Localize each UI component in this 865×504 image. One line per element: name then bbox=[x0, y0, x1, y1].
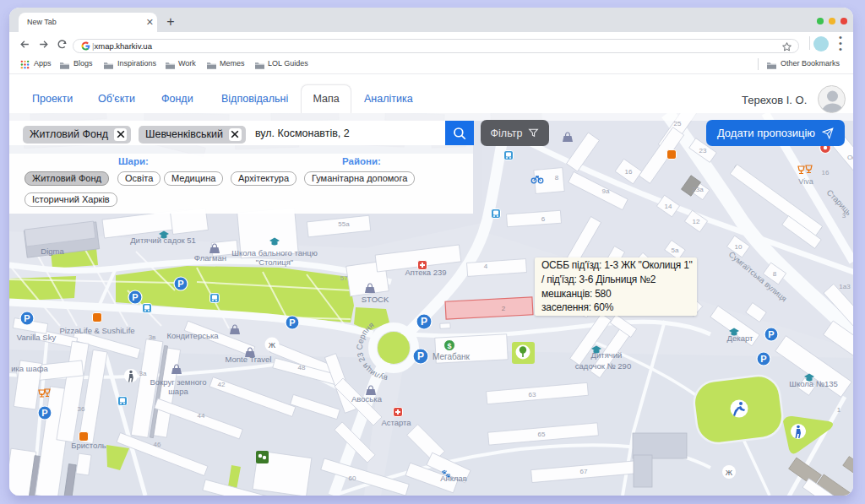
svg-text:2: 2 bbox=[502, 305, 506, 312]
svg-text:Digma: Digma bbox=[41, 247, 64, 256]
svg-text:44: 44 bbox=[198, 412, 205, 420]
svg-text:Аптека 239: Аптека 239 bbox=[405, 268, 446, 277]
svg-text:1а3: 1а3 bbox=[839, 283, 851, 290]
svg-text:25: 25 bbox=[674, 120, 682, 127]
svg-text:1: 1 bbox=[837, 406, 841, 414]
svg-text:12: 12 bbox=[693, 218, 700, 225]
svg-text:P: P bbox=[421, 316, 427, 328]
svg-text:6: 6 bbox=[541, 215, 546, 223]
svg-text:Дитячий: Дитячий bbox=[591, 350, 623, 360]
svg-text:"Столиця": "Столиця" bbox=[256, 257, 293, 267]
svg-text:57: 57 bbox=[340, 274, 348, 282]
svg-text:10: 10 bbox=[735, 243, 743, 251]
svg-text:Ж: Ж bbox=[269, 341, 276, 350]
svg-text:Бристоль: Бристоль bbox=[71, 441, 106, 450]
svg-text:Viva: Viva bbox=[798, 177, 813, 186]
svg-text:42: 42 bbox=[218, 381, 226, 388]
svg-text:3: 3 bbox=[842, 212, 846, 219]
svg-text:55а: 55а bbox=[338, 220, 350, 228]
svg-text:STOCK: STOCK bbox=[362, 295, 389, 304]
svg-text:46: 46 bbox=[154, 441, 161, 448]
svg-text:P: P bbox=[132, 292, 138, 302]
svg-text:65: 65 bbox=[538, 431, 546, 438]
svg-text:3в: 3в bbox=[149, 333, 156, 341]
svg-text:Астарта: Астарта bbox=[381, 418, 411, 427]
svg-text:8: 8 bbox=[773, 270, 777, 278]
svg-text:4: 4 bbox=[484, 263, 488, 270]
svg-text:Вокруг земного: Вокруг земного bbox=[150, 377, 207, 387]
svg-text:Флагман: Флагман bbox=[194, 253, 226, 263]
svg-text:48: 48 bbox=[298, 364, 306, 371]
svg-text:P: P bbox=[177, 279, 183, 289]
svg-text:садочок № 290: садочок № 290 bbox=[575, 361, 631, 371]
svg-text:16: 16 bbox=[822, 169, 830, 176]
svg-text:Ос: Ос bbox=[847, 154, 853, 161]
svg-text:14: 14 bbox=[665, 203, 672, 210]
svg-text:5а: 5а bbox=[672, 247, 679, 254]
svg-text:P: P bbox=[768, 329, 774, 339]
svg-text:Школа бального танцю: Школа бального танцю bbox=[231, 248, 318, 257]
svg-text:67: 67 bbox=[580, 468, 588, 475]
svg-text:23: 23 bbox=[699, 147, 707, 154]
svg-text:60: 60 bbox=[349, 474, 356, 482]
svg-text:ика шафа: ика шафа bbox=[11, 364, 48, 373]
svg-text:Кондитерська: Кондитерська bbox=[166, 331, 219, 340]
svg-text:Декарт: Декарт bbox=[727, 333, 753, 343]
svg-text:8: 8 bbox=[555, 174, 559, 182]
svg-text:3а: 3а bbox=[139, 370, 147, 377]
svg-text:Мегабанк: Мегабанк bbox=[432, 352, 471, 361]
svg-text:P: P bbox=[760, 354, 766, 364]
svg-text:16: 16 bbox=[625, 168, 633, 176]
svg-text:P: P bbox=[417, 350, 424, 362]
svg-text:9а: 9а bbox=[602, 187, 610, 195]
svg-text:$: $ bbox=[447, 342, 451, 350]
svg-text:Анклав: Анклав bbox=[440, 474, 467, 483]
svg-text:Авоська: Авоська bbox=[351, 394, 383, 404]
svg-text:шара: шара bbox=[168, 387, 188, 396]
svg-text:36: 36 bbox=[78, 405, 85, 413]
svg-text:P: P bbox=[289, 317, 295, 328]
svg-text:63: 63 bbox=[529, 391, 536, 398]
svg-text:23а: 23а bbox=[692, 186, 704, 193]
svg-text:Monte Travel: Monte Travel bbox=[226, 355, 272, 364]
svg-text:Дитячий садок 51: Дитячий садок 51 bbox=[130, 236, 196, 245]
svg-text:Школа №135: Школа №135 bbox=[789, 379, 838, 388]
svg-text:P: P bbox=[41, 408, 47, 418]
svg-text:PizzaLife & SushiLife: PizzaLife & SushiLife bbox=[59, 326, 134, 335]
svg-text:Vanilla Sky: Vanilla Sky bbox=[17, 333, 57, 342]
svg-text:P: P bbox=[24, 313, 30, 323]
svg-text:Ж: Ж bbox=[726, 469, 733, 477]
